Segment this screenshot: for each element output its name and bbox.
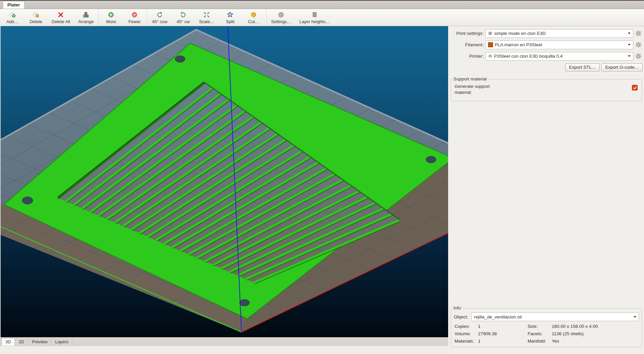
scale-button[interactable]: Scale…: [195, 9, 218, 26]
facets-label: Facets:: [528, 331, 552, 336]
delete-button[interactable]: Delete: [24, 9, 48, 26]
rotate-ccw-label: 45° ccw: [152, 19, 167, 24]
toolbar-group-settings: Settings… Layer heights…: [266, 9, 334, 26]
fewer-label: Fewer: [128, 19, 141, 24]
scale-label: Scale…: [199, 19, 214, 24]
support-material-legend: Support material: [452, 76, 488, 81]
export-stl-button[interactable]: Export STL…: [565, 63, 600, 71]
3d-scene: [1, 26, 448, 337]
filament-row: Filament: PLA marron en P3Steel: [450, 40, 643, 49]
more-label: More: [106, 19, 116, 24]
tab-plater[interactable]: Plater: [3, 1, 25, 9]
manifold-value: Yes: [552, 339, 638, 344]
main-area: 3D 2D Preview Layers Print settings: sim…: [0, 26, 644, 354]
delete-label: Delete: [30, 19, 42, 24]
view-tab-preview[interactable]: Preview: [28, 338, 51, 346]
object-combo[interactable]: rejilla_de_ventilacion.stl: [471, 312, 639, 321]
delete-box-icon: [33, 11, 39, 18]
split-label: Split: [226, 19, 234, 24]
chevron-down-icon: [628, 33, 631, 34]
view-tab-2d[interactable]: 2D: [15, 338, 29, 346]
chevron-down-icon: [628, 44, 631, 46]
toolbar-group-copies: More Fewer: [98, 9, 147, 26]
printer-label: Printer:: [450, 54, 484, 59]
layer-heights-button[interactable]: Layer heights…: [295, 9, 334, 26]
printer-row: Printer: P3Steel con clon E3D boquilla 0…: [450, 52, 643, 61]
cut-icon: [250, 11, 257, 18]
materials-label: Materials:: [454, 339, 478, 344]
split-icon: [227, 11, 233, 18]
facets-value: 1136 (25 shells): [552, 331, 638, 336]
export-row: Export STL… Export G-code…: [450, 63, 643, 71]
rotate-cw-button[interactable]: 45° cw: [171, 9, 195, 26]
print-settings-combo[interactable]: simple mode en clon E3D: [485, 29, 633, 38]
settings-gear-icon: [278, 11, 284, 18]
materials-value: 1: [478, 339, 528, 344]
rotate-ccw-icon: [156, 11, 163, 18]
3d-viewport[interactable]: [0, 26, 448, 337]
object-label: Object:: [454, 314, 471, 319]
panel-spacer: [450, 101, 643, 307]
mounting-hole: [22, 197, 33, 204]
fewer-button[interactable]: Fewer: [123, 9, 146, 26]
viewport-column: 3D 2D Preview Layers: [0, 26, 448, 354]
rotate-cw-icon: [180, 11, 186, 18]
volume-label: Volume:: [454, 331, 478, 336]
toolbar-group-transform: 45° ccw 45° cw Scale… Split: [147, 9, 266, 26]
chevron-down-icon: [628, 55, 631, 57]
split-button[interactable]: Split: [218, 9, 242, 26]
generate-support-checkbox[interactable]: [632, 85, 638, 91]
plater-toolbar: Add… Delete Delete All Arrange: [0, 9, 644, 26]
chevron-down-icon: [634, 316, 636, 318]
view-tab-layers[interactable]: Layers: [52, 338, 72, 346]
add-button[interactable]: Add…: [1, 9, 24, 26]
size-label: Size:: [528, 324, 552, 329]
print-settings-gear-button[interactable]: [634, 29, 643, 38]
delete-all-button[interactable]: Delete All: [48, 9, 74, 26]
check-icon: [633, 86, 637, 90]
volume-value: 27909.38: [478, 331, 528, 336]
mounting-hole: [175, 56, 185, 62]
size-value: 160.00 x 158.00 x 4.00: [552, 324, 638, 329]
cut-label: Cut…: [248, 19, 259, 24]
filament-value: PLA marron en P3Steel: [495, 42, 625, 47]
object-value: rejilla_de_ventilacion.stl: [474, 314, 631, 319]
object-row: Object: rejilla_de_ventilacion.stl: [454, 312, 639, 321]
delete-all-icon: [57, 11, 64, 18]
view-tab-bar: 3D 2D Preview Layers: [0, 337, 448, 346]
add-label: Add…: [6, 19, 18, 24]
generate-support-label: Generate support material:: [454, 83, 505, 101]
view-tab-3d[interactable]: 3D: [1, 338, 15, 346]
notebook-tab-bar: Plater: [0, 0, 644, 9]
more-icon: [108, 11, 114, 18]
support-material-group: Support material Generate support materi…: [451, 79, 642, 101]
add-box-icon: [9, 11, 16, 18]
rotate-ccw-button[interactable]: 45° ccw: [148, 9, 171, 26]
scale-icon: [203, 11, 210, 18]
slic3r-window: Plater Add… Delete Delete All: [0, 0, 644, 354]
fewer-icon: [131, 11, 138, 18]
more-button[interactable]: More: [99, 9, 123, 26]
cut-button[interactable]: Cut…: [242, 9, 265, 26]
settings-label: Settings…: [271, 19, 291, 24]
layer-heights-label: Layer heights…: [299, 19, 330, 24]
rotate-cw-label: 45° cw: [177, 19, 190, 24]
printer-gear-button[interactable]: [634, 52, 643, 61]
mounting-hole: [239, 299, 250, 306]
filament-combo[interactable]: PLA marron en P3Steel: [485, 41, 633, 49]
filament-label: Filament:: [450, 42, 484, 47]
settings-button[interactable]: Settings…: [267, 9, 295, 26]
print-settings-value: simple mode en clon E3D: [494, 31, 625, 36]
print-settings-row: Print settings: simple mode en clon E3D: [450, 29, 643, 38]
manifold-label: Manifold:: [528, 339, 552, 344]
preset-gear-icon: [488, 31, 492, 36]
filament-color-swatch: [488, 42, 493, 47]
filament-gear-button[interactable]: [634, 41, 643, 49]
printer-combo[interactable]: P3Steel con clon E3D boquilla 0,4: [485, 52, 633, 61]
settings-panel: Print settings: simple mode en clon E3D …: [448, 26, 644, 354]
copies-label: Copies:: [454, 324, 478, 329]
delete-all-label: Delete All: [52, 19, 70, 24]
arrange-button[interactable]: Arrange: [74, 9, 98, 26]
mounting-hole: [426, 156, 436, 163]
export-gcode-button[interactable]: Export G-code…: [601, 63, 643, 71]
